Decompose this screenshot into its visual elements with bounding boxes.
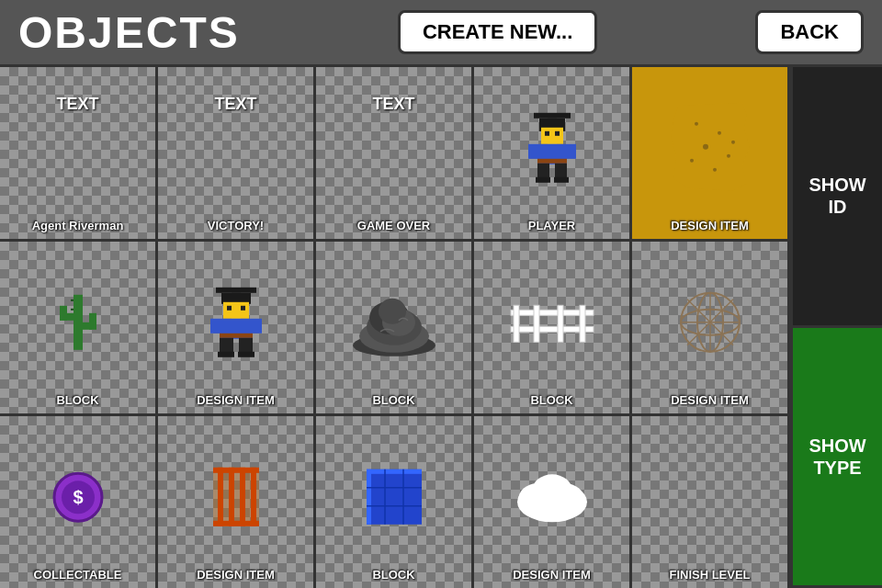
svg-rect-0 — [534, 112, 571, 118]
svg-marker-13 — [671, 102, 750, 190]
page-title: OBJECTS — [18, 7, 240, 58]
svg-rect-73 — [367, 469, 371, 524]
object-cell-tumbleweed[interactable]: DESIGN ITEM — [632, 242, 790, 413]
object-cell-blueblock[interactable]: BLOCK — [316, 416, 474, 588]
cage-icon — [204, 459, 268, 537]
grid-row-2: BLOCK — [0, 239, 790, 413]
svg-point-16 — [703, 143, 708, 149]
cell-label-12: DESIGN ITEM — [160, 568, 311, 582]
svg-rect-51 — [534, 305, 539, 342]
svg-rect-27 — [71, 299, 74, 300]
svg-rect-22 — [74, 312, 83, 322]
svg-rect-3 — [545, 130, 549, 135]
svg-rect-38 — [218, 351, 234, 356]
svg-rect-2 — [541, 127, 563, 143]
cell-label-11: COLLECTABLE — [2, 568, 153, 582]
text-item-label-2: TEXT — [158, 95, 313, 114]
svg-rect-39 — [238, 351, 254, 356]
header: OBJECTS CREATE NEW... BACK — [0, 0, 882, 64]
svg-point-19 — [713, 167, 717, 171]
text-item-label-1: TEXT — [0, 95, 155, 114]
svg-point-47 — [379, 298, 406, 323]
svg-rect-40 — [210, 318, 220, 333]
text-item-label-3: TEXT — [316, 95, 471, 114]
coin-icon: $ — [51, 465, 106, 533]
cactus-icon — [55, 285, 101, 362]
object-cell-collectable[interactable]: $ COLLECTABLE — [0, 416, 158, 588]
player-icon — [525, 110, 580, 187]
svg-rect-68 — [229, 467, 234, 526]
object-cell-text-gameover[interactable]: TEXT GAME OVER — [316, 67, 474, 239]
create-new-button[interactable]: CREATE NEW... — [398, 10, 597, 54]
cell-label-9: BLOCK — [476, 393, 628, 408]
svg-rect-72 — [367, 469, 422, 473]
character-icon — [209, 285, 264, 362]
svg-rect-24 — [60, 305, 67, 320]
svg-rect-12 — [567, 143, 576, 158]
svg-rect-52 — [558, 305, 563, 342]
svg-text:$: $ — [73, 487, 83, 507]
cell-label-6: BLOCK — [2, 393, 153, 408]
design-item-icon-1 — [669, 100, 752, 196]
show-type-label: SHOW TYPE — [800, 435, 875, 479]
object-cell-cactus[interactable]: BLOCK — [0, 242, 158, 413]
cloud-icon — [511, 465, 594, 533]
svg-rect-50 — [514, 305, 519, 342]
back-button[interactable]: BACK — [755, 10, 864, 54]
cell-label-15: FINISH LEVEL — [634, 568, 786, 582]
svg-point-81 — [532, 474, 572, 507]
svg-point-17 — [727, 153, 730, 157]
cell-label-14: DESIGN ITEM — [476, 568, 628, 582]
svg-rect-70 — [251, 467, 256, 526]
svg-rect-9 — [536, 176, 550, 182]
svg-rect-35 — [220, 333, 253, 337]
sidebar: SHOW ID SHOW TYPE — [790, 64, 882, 588]
object-cell-fence[interactable]: BLOCK — [474, 242, 632, 413]
cell-label-10: DESIGN ITEM — [634, 393, 786, 408]
svg-rect-6 — [537, 158, 567, 163]
svg-rect-33 — [241, 305, 245, 310]
show-type-button[interactable]: SHOW TYPE — [793, 328, 882, 589]
fence-icon — [506, 300, 598, 350]
svg-point-20 — [731, 140, 735, 143]
svg-rect-11 — [528, 143, 537, 158]
object-cell-finish[interactable]: FINISH LEVEL — [632, 416, 790, 588]
object-cell-text-victory[interactable]: TEXT VICTORY! — [158, 67, 316, 239]
svg-rect-28 — [71, 308, 74, 310]
cell-label-4: PLAYER — [476, 219, 628, 233]
svg-point-15 — [718, 130, 721, 134]
object-cell-cloud[interactable]: DESIGN ITEM — [474, 416, 632, 588]
grid-row-3: $ COLLECTABLE — [0, 413, 790, 588]
svg-rect-53 — [580, 305, 585, 342]
svg-rect-69 — [240, 467, 245, 526]
object-cell-design-char[interactable]: DESIGN ITEM — [158, 242, 316, 413]
object-cell-player[interactable]: PLAYER — [474, 67, 632, 239]
svg-rect-41 — [253, 318, 262, 333]
cell-label-13: BLOCK — [318, 568, 469, 582]
svg-rect-10 — [554, 176, 569, 182]
cell-label-8: BLOCK — [318, 393, 469, 408]
object-cell-rock[interactable]: BLOCK — [316, 242, 474, 413]
cell-label-7: DESIGN ITEM — [160, 393, 311, 408]
show-id-button[interactable]: SHOW ID — [793, 67, 882, 328]
svg-rect-32 — [227, 305, 232, 310]
show-id-label: SHOW ID — [800, 174, 875, 218]
cell-label-1: Agent Riverman — [2, 219, 153, 233]
main-area: TEXT Agent Riverman TEXT VICTORY! TEXT G… — [0, 64, 882, 588]
svg-rect-26 — [89, 312, 96, 329]
svg-point-18 — [690, 158, 694, 162]
svg-rect-29 — [216, 287, 256, 292]
object-cell-text-agent[interactable]: TEXT Agent Riverman — [0, 67, 158, 239]
svg-rect-71 — [367, 469, 422, 524]
rock-icon — [348, 285, 440, 362]
object-cell-design-1[interactable]: DESIGN ITEM — [632, 67, 790, 239]
svg-rect-67 — [218, 467, 223, 526]
blue-block-icon — [357, 459, 431, 537]
svg-rect-4 — [555, 130, 560, 135]
tumbleweed-icon — [669, 285, 752, 362]
object-cell-cage[interactable]: DESIGN ITEM — [158, 416, 316, 588]
object-grid: TEXT Agent Riverman TEXT VICTORY! TEXT G… — [0, 64, 790, 588]
svg-point-14 — [695, 121, 698, 125]
cell-label-5: DESIGN ITEM — [634, 219, 786, 233]
cell-label-2: VICTORY! — [160, 219, 311, 233]
